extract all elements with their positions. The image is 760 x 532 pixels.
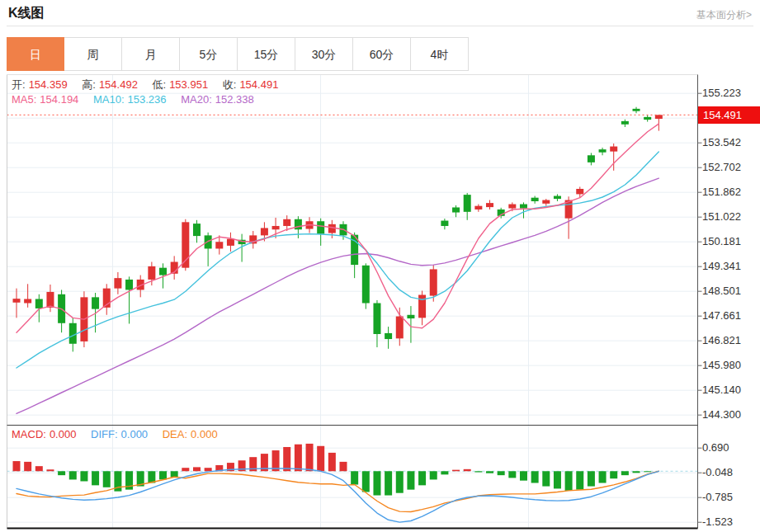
price-axis-label-0: 155.223 [702, 87, 741, 99]
price-axis-label-11: 145.140 [702, 384, 741, 396]
macd-label: MACD: [12, 428, 46, 440]
ma20-value: 152.338 [215, 93, 254, 106]
price-axis-label-6: 149.341 [702, 260, 741, 272]
low-label: 低: [153, 78, 167, 91]
ma5-label: MA5: [12, 93, 36, 106]
high-value: 154.492 [99, 78, 138, 91]
price-axis-label-9: 146.821 [702, 334, 741, 346]
macd-axis-label-0: 0.690 [702, 441, 729, 454]
candles-layer [13, 107, 663, 352]
ma10-label: MA10: [93, 93, 125, 106]
dea-value: 0.000 [191, 428, 218, 440]
macd-axis-label-2: -0.785 [702, 491, 733, 503]
ohlc-readout: 开:154.359 高:154.492 低:153.951 收:154.491 [12, 78, 281, 92]
ma20-label: MA20: [181, 93, 212, 106]
price-axis-label-4: 151.022 [702, 210, 741, 223]
macd-axis-label-3: -1.523 [702, 516, 733, 528]
current-price-badge: 154.491 [698, 106, 760, 124]
price-axis-label-1: 153.542 [702, 136, 741, 148]
diff-value: 0.000 [121, 428, 149, 440]
price-axis-label-5: 150.181 [702, 235, 741, 247]
kline-chart-widget: K线图 基本面分析> 日周月5分15分30分60分4时 开:154.359 高:… [0, 0, 760, 532]
price-axis-label-2: 152.702 [702, 161, 741, 173]
low-value: 153.951 [169, 78, 208, 91]
price-axis-label-12: 144.300 [702, 408, 741, 421]
high-label: 高: [82, 78, 96, 91]
close-label: 收: [223, 78, 237, 91]
ma-readout: MA5:154.194 MA10:153.236 MA20:152.338 [12, 93, 257, 106]
macd-readout: MACD:0.000 DIFF:0.000 DEA:0.000 [12, 428, 221, 440]
open-label: 开: [12, 78, 26, 91]
ma10-value: 153.236 [128, 93, 167, 106]
diff-label: DIFF: [91, 428, 118, 440]
ma5-value: 154.194 [40, 93, 78, 106]
price-axis-label-3: 151.862 [702, 186, 741, 198]
open-value: 154.359 [29, 78, 68, 91]
price-axis-label-7: 148.501 [702, 285, 741, 297]
dea-label: DEA: [163, 428, 187, 440]
price-axis-label-10: 145.980 [702, 359, 741, 371]
macd-value: 0.000 [50, 428, 77, 440]
macd-histogram [13, 444, 652, 496]
price-axis-label-8: 147.661 [702, 309, 741, 322]
close-value: 154.491 [239, 78, 278, 91]
macd-axis-label-1: -0.048 [702, 466, 733, 478]
